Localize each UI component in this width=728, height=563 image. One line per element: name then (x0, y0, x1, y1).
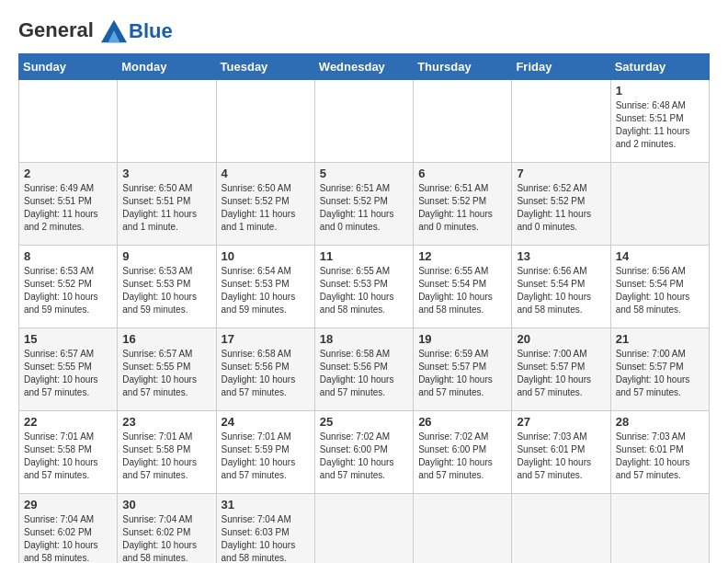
calendar-cell: 17 Sunrise: 6:58 AM Sunset: 5:56 PM Dayl… (216, 328, 314, 411)
sunrise-text: Sunrise: 6:52 AM (517, 183, 586, 193)
calendar-cell: 7 Sunrise: 6:52 AM Sunset: 5:52 PM Dayli… (512, 163, 610, 246)
sunrise-text: Sunrise: 6:51 AM (418, 183, 488, 193)
calendar-cell (414, 80, 512, 163)
calendar-cell: 9 Sunrise: 6:53 AM Sunset: 5:53 PM Dayli… (118, 246, 216, 328)
sunset-text: Sunset: 5:51 PM (616, 113, 684, 123)
calendar-cell: 8 Sunrise: 6:53 AM Sunset: 5:52 PM Dayli… (19, 246, 118, 328)
day-info: Sunrise: 6:56 AM Sunset: 5:54 PM Dayligh… (616, 265, 704, 316)
day-number: 27 (517, 415, 605, 429)
sunrise-text: Sunrise: 6:56 AM (517, 266, 586, 276)
day-info: Sunrise: 6:53 AM Sunset: 5:53 PM Dayligh… (122, 265, 210, 316)
day-number: 26 (418, 415, 506, 429)
sunset-text: Sunset: 5:57 PM (517, 362, 585, 372)
day-number: 25 (320, 415, 408, 429)
day-number: 24 (222, 415, 310, 429)
calendar-table: SundayMondayTuesdayWednesdayThursdayFrid… (18, 53, 710, 563)
day-info: Sunrise: 6:55 AM Sunset: 5:53 PM Dayligh… (320, 265, 408, 316)
day-number: 29 (24, 498, 112, 511)
sunset-text: Sunset: 5:53 PM (222, 279, 290, 289)
calendar-cell (314, 494, 413, 564)
sunrise-text: Sunrise: 6:59 AM (418, 349, 488, 359)
daylight-text: Daylight: 11 hours and 0 minutes. (517, 209, 591, 232)
day-number: 6 (418, 167, 506, 180)
day-info: Sunrise: 6:58 AM Sunset: 5:56 PM Dayligh… (320, 348, 408, 399)
calendar-cell: 27 Sunrise: 7:03 AM Sunset: 6:01 PM Dayl… (512, 411, 610, 494)
day-number: 15 (24, 332, 112, 346)
sunset-text: Sunset: 6:02 PM (122, 527, 190, 537)
calendar-cell: 16 Sunrise: 6:57 AM Sunset: 5:55 PM Dayl… (118, 328, 216, 411)
sunrise-text: Sunrise: 6:58 AM (320, 349, 390, 359)
logo-icon (101, 18, 127, 44)
daylight-text: Daylight: 11 hours and 0 minutes. (320, 209, 394, 232)
sunset-text: Sunset: 5:57 PM (616, 362, 684, 372)
calendar-cell: 25 Sunrise: 7:02 AM Sunset: 6:00 PM Dayl… (314, 411, 413, 494)
sunset-text: Sunset: 5:54 PM (616, 279, 684, 289)
day-number: 10 (222, 249, 310, 263)
col-header-saturday: Saturday (610, 54, 709, 80)
sunrise-text: Sunrise: 7:04 AM (222, 514, 291, 524)
day-number: 11 (320, 249, 408, 263)
calendar-cell (610, 163, 709, 246)
sunset-text: Sunset: 5:51 PM (122, 196, 190, 206)
daylight-text: Daylight: 11 hours and 1 minute. (122, 209, 197, 232)
day-info: Sunrise: 6:50 AM Sunset: 5:52 PM Dayligh… (222, 182, 310, 234)
calendar-cell: 30 Sunrise: 7:04 AM Sunset: 6:02 PM Dayl… (118, 494, 216, 564)
calendar-cell: 14 Sunrise: 6:56 AM Sunset: 5:54 PM Dayl… (610, 246, 709, 328)
sunrise-text: Sunrise: 6:50 AM (122, 183, 192, 193)
calendar-cell: 28 Sunrise: 7:03 AM Sunset: 6:01 PM Dayl… (610, 411, 709, 494)
daylight-text: Daylight: 10 hours and 57 minutes. (320, 374, 394, 397)
calendar-cell: 11 Sunrise: 6:55 AM Sunset: 5:53 PM Dayl… (314, 246, 413, 328)
daylight-text: Daylight: 10 hours and 59 minutes. (222, 292, 296, 315)
day-info: Sunrise: 6:48 AM Sunset: 5:51 PM Dayligh… (616, 99, 704, 151)
calendar-cell: 1 Sunrise: 6:48 AM Sunset: 5:51 PM Dayli… (610, 80, 709, 163)
calendar-cell: 18 Sunrise: 6:58 AM Sunset: 5:56 PM Dayl… (314, 328, 413, 411)
sunrise-text: Sunrise: 7:02 AM (320, 431, 390, 442)
col-header-monday: Monday (118, 54, 216, 80)
day-info: Sunrise: 7:00 AM Sunset: 5:57 PM Dayligh… (517, 348, 605, 399)
sunrise-text: Sunrise: 6:54 AM (222, 266, 291, 276)
daylight-text: Daylight: 10 hours and 59 minutes. (122, 292, 197, 315)
sunset-text: Sunset: 5:55 PM (122, 362, 190, 372)
sunset-text: Sunset: 5:55 PM (24, 362, 92, 372)
col-header-sunday: Sunday (19, 54, 118, 80)
daylight-text: Daylight: 10 hours and 57 minutes. (320, 457, 394, 480)
daylight-text: Daylight: 10 hours and 57 minutes. (517, 374, 591, 397)
daylight-text: Daylight: 11 hours and 2 minutes. (24, 209, 98, 232)
calendar-cell: 20 Sunrise: 7:00 AM Sunset: 5:57 PM Dayl… (512, 328, 610, 411)
day-number: 28 (616, 415, 704, 429)
day-info: Sunrise: 7:00 AM Sunset: 5:57 PM Dayligh… (616, 348, 704, 399)
sunrise-text: Sunrise: 7:01 AM (222, 431, 291, 442)
col-header-friday: Friday (512, 54, 610, 80)
daylight-text: Daylight: 10 hours and 58 minutes. (24, 540, 98, 563)
day-number: 7 (517, 167, 605, 180)
sunset-text: Sunset: 5:56 PM (320, 362, 388, 372)
day-info: Sunrise: 7:04 AM Sunset: 6:02 PM Dayligh… (122, 513, 210, 563)
day-info: Sunrise: 6:52 AM Sunset: 5:52 PM Dayligh… (517, 182, 605, 234)
day-number: 9 (122, 249, 210, 263)
sunset-text: Sunset: 6:01 PM (616, 444, 684, 454)
calendar-cell: 23 Sunrise: 7:01 AM Sunset: 5:58 PM Dayl… (118, 411, 216, 494)
day-info: Sunrise: 6:59 AM Sunset: 5:57 PM Dayligh… (418, 348, 506, 399)
calendar-week-4: 15 Sunrise: 6:57 AM Sunset: 5:55 PM Dayl… (19, 328, 710, 411)
daylight-text: Daylight: 10 hours and 57 minutes. (517, 457, 591, 480)
day-number: 21 (616, 332, 704, 346)
day-info: Sunrise: 7:02 AM Sunset: 6:00 PM Dayligh… (320, 431, 408, 482)
logo-blue: Blue (129, 19, 173, 43)
sunset-text: Sunset: 6:00 PM (320, 444, 388, 454)
calendar-cell: 15 Sunrise: 6:57 AM Sunset: 5:55 PM Dayl… (19, 328, 118, 411)
day-number: 22 (24, 415, 112, 429)
calendar-cell (314, 80, 413, 163)
sunrise-text: Sunrise: 6:58 AM (222, 349, 291, 359)
daylight-text: Daylight: 10 hours and 58 minutes. (616, 292, 690, 315)
sunrise-text: Sunrise: 7:04 AM (24, 514, 94, 524)
sunset-text: Sunset: 5:54 PM (517, 279, 585, 289)
daylight-text: Daylight: 10 hours and 59 minutes. (24, 292, 98, 315)
daylight-text: Daylight: 10 hours and 58 minutes. (517, 292, 591, 315)
day-info: Sunrise: 7:03 AM Sunset: 6:01 PM Dayligh… (517, 431, 605, 482)
sunrise-text: Sunrise: 7:03 AM (616, 431, 686, 442)
sunset-text: Sunset: 5:52 PM (418, 196, 486, 206)
sunrise-text: Sunrise: 6:56 AM (616, 266, 686, 276)
day-info: Sunrise: 7:01 AM Sunset: 5:58 PM Dayligh… (24, 431, 112, 482)
day-number: 14 (616, 249, 704, 263)
calendar-week-2: 2 Sunrise: 6:49 AM Sunset: 5:51 PM Dayli… (19, 163, 710, 246)
